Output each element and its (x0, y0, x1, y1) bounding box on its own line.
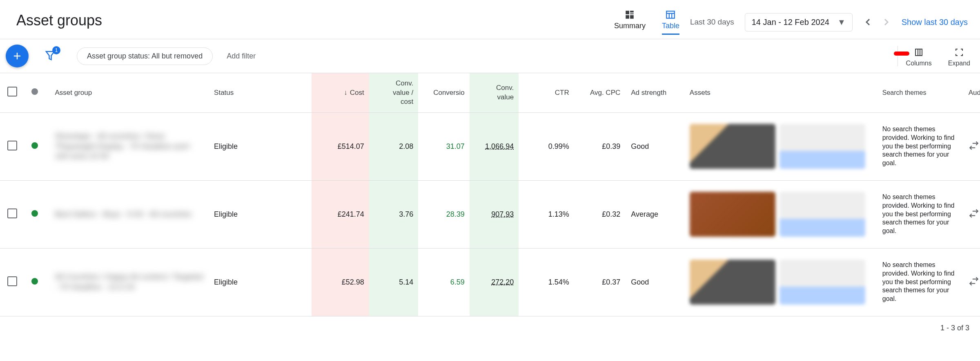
columns-icon (914, 47, 924, 59)
conv-value-cell[interactable]: 1,066.94 (485, 142, 514, 150)
svg-rect-0 (626, 11, 630, 14)
status-cell: Eligible (209, 112, 312, 180)
asset-groups-table: Asset group Status ↓Cost Conv.value /cos… (0, 73, 980, 316)
col-cost[interactable]: ↓Cost (344, 89, 364, 97)
add-filter-button[interactable]: Add filter (227, 52, 256, 61)
sort-down-icon: ↓ (344, 89, 347, 97)
asset-thumb (690, 260, 775, 305)
asset-group-name[interactable]: Best Sellers - Boys - 5-03 - All countri… (55, 209, 204, 220)
svg-rect-4 (630, 15, 634, 19)
conv-value-cell[interactable]: 907.93 (491, 210, 514, 218)
dashboard-icon (624, 9, 635, 20)
add-button[interactable] (6, 45, 29, 67)
col-audiences[interactable]: Audi (969, 89, 980, 97)
strength-cell: Good (625, 248, 685, 316)
table-row: All Countries / Happy Ad content / Targe… (0, 248, 980, 316)
expand-icon (954, 47, 964, 59)
svg-rect-5 (667, 11, 675, 18)
columns-label: Columns (906, 60, 932, 67)
col-status[interactable]: Status (214, 89, 234, 97)
svg-rect-2 (630, 13, 634, 14)
cvvc-cell: 2.08 (369, 112, 418, 180)
status-cell: Eligible (209, 180, 312, 248)
filter-button[interactable]: 1 (44, 49, 56, 63)
col-search-themes[interactable]: Search themes (882, 89, 927, 96)
table-row: Best Sellers - Boys - 5-03 - All countri… (0, 180, 980, 248)
tab-summary-label: Summary (614, 22, 646, 30)
annotation-marker (894, 52, 909, 56)
asset-group-name[interactable]: Shoretape - All countries / Sizes *Playw… (55, 131, 204, 161)
col-conv-value[interactable]: Conv. (496, 84, 514, 92)
assets-cell[interactable] (685, 112, 878, 180)
expand-label: Expand (948, 60, 970, 67)
col-avg-cpc[interactable]: Avg. CPC (590, 89, 620, 97)
caret-down-icon: ▼ (837, 18, 846, 27)
col-ad-strength[interactable]: Ad strength (631, 89, 666, 97)
status-dot-header[interactable] (31, 88, 38, 95)
filter-chip-status[interactable]: Asset group status: All but removed (77, 47, 213, 65)
col-cvvc-l1[interactable]: Conv. (396, 79, 413, 87)
date-prev-button[interactable] (863, 17, 873, 27)
show-last-30-link[interactable]: Show last 30 days (902, 18, 968, 27)
svg-rect-10 (915, 49, 922, 56)
page-title: Asset groups (16, 12, 102, 39)
asset-thumb (780, 124, 865, 169)
cpc-cell: £0.32 (574, 180, 626, 248)
asset-thumb (780, 192, 865, 237)
conversions-cell: 31.07 (418, 112, 470, 180)
table-icon (665, 9, 676, 20)
search-themes-cell: No search themes provided. Working to fi… (878, 180, 964, 248)
swap-icon[interactable] (969, 280, 979, 288)
col-ctr[interactable]: CTR (555, 89, 569, 97)
expand-button[interactable]: Expand (948, 47, 970, 67)
cost-cell: £52.98 (312, 248, 369, 316)
assets-cell[interactable] (685, 248, 878, 316)
status-dot[interactable] (31, 278, 38, 285)
pagination-count: 1 - 3 of 3 (0, 316, 980, 340)
asset-thumb (780, 260, 865, 305)
filter-badge: 1 (52, 46, 60, 54)
svg-rect-1 (630, 11, 634, 12)
status-dot[interactable] (31, 210, 38, 217)
tab-table-label: Table (662, 22, 679, 30)
ctr-cell: 1.13% (519, 180, 574, 248)
status-dot[interactable] (31, 142, 38, 149)
cpc-cell: £0.39 (574, 112, 626, 180)
select-all-checkbox[interactable] (7, 87, 17, 96)
date-picker[interactable]: 14 Jan - 12 Feb 2024 ▼ (745, 13, 853, 31)
svg-rect-3 (626, 15, 630, 19)
row-checkbox[interactable] (7, 276, 17, 286)
cost-cell: £514.07 (312, 112, 369, 180)
asset-thumb (690, 192, 775, 237)
search-themes-cell: No search themes provided. Working to fi… (878, 248, 964, 316)
row-checkbox[interactable] (7, 141, 17, 150)
cvvc-cell: 3.76 (369, 180, 418, 248)
search-themes-cell: No search themes provided. Working to fi… (878, 112, 964, 180)
conversions-cell: 6.59 (418, 248, 470, 316)
col-asset-group[interactable]: Asset group (55, 89, 92, 97)
tab-table[interactable]: Table (662, 9, 679, 35)
ctr-cell: 0.99% (519, 112, 574, 180)
cvvc-cell: 5.14 (369, 248, 418, 316)
table-row: Shoretape - All countries / Sizes *Playw… (0, 112, 980, 180)
date-next-button[interactable] (881, 17, 891, 27)
assets-cell[interactable] (685, 180, 878, 248)
asset-thumb (690, 124, 775, 169)
row-checkbox[interactable] (7, 209, 17, 218)
col-conversions[interactable]: Conversio (433, 89, 465, 97)
ctr-cell: 1.54% (519, 248, 574, 316)
tab-summary[interactable]: Summary (614, 9, 646, 35)
strength-cell: Good (625, 112, 685, 180)
swap-icon[interactable] (969, 212, 979, 220)
cost-cell: £241.74 (312, 180, 369, 248)
conv-value-cell[interactable]: 272.20 (491, 278, 514, 286)
date-range-label: Last 30 days (690, 18, 734, 27)
status-cell: Eligible (209, 248, 312, 316)
asset-group-name[interactable]: All Countries / Happy Ad content / Targe… (55, 272, 204, 292)
strength-cell: Average (625, 180, 685, 248)
col-assets[interactable]: Assets (690, 89, 710, 97)
cpc-cell: £0.37 (574, 248, 626, 316)
columns-button[interactable]: Columns (906, 47, 932, 67)
swap-icon[interactable] (969, 144, 979, 152)
conversions-cell: 28.39 (418, 180, 470, 248)
